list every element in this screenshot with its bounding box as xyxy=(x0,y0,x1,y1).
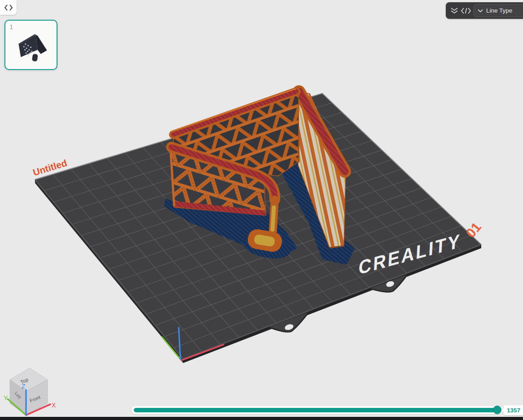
axis-z-label: Z xyxy=(22,383,26,390)
plate-thumbnail-image xyxy=(11,28,54,66)
line-type-dropdown[interactable]: Line Type xyxy=(474,4,523,17)
double-chevron-down-icon[interactable] xyxy=(450,5,458,17)
line-type-label: Line Type xyxy=(486,7,512,14)
view-cube[interactable]: Top Left Front Y X Z xyxy=(4,368,56,415)
layer-slider-handle[interactable] xyxy=(493,406,501,414)
axis-y-label: Y xyxy=(4,394,8,402)
preview-toolbar: Line Type xyxy=(446,2,523,19)
layer-slider-value: 1357 xyxy=(504,405,523,415)
chevron-down-icon xyxy=(478,9,483,13)
code-brackets-icon[interactable] xyxy=(461,5,471,17)
viewport-3d[interactable]: CREALITY xyxy=(0,0,523,420)
collapse-panel-button[interactable] xyxy=(0,0,17,15)
plate-thumbnail-card[interactable]: 1 xyxy=(4,20,57,70)
chevrons-left-right-icon xyxy=(4,4,13,11)
layer-slider-fill xyxy=(134,408,495,412)
axis-x-label: X xyxy=(52,402,56,409)
bottom-status-bar xyxy=(0,417,523,420)
